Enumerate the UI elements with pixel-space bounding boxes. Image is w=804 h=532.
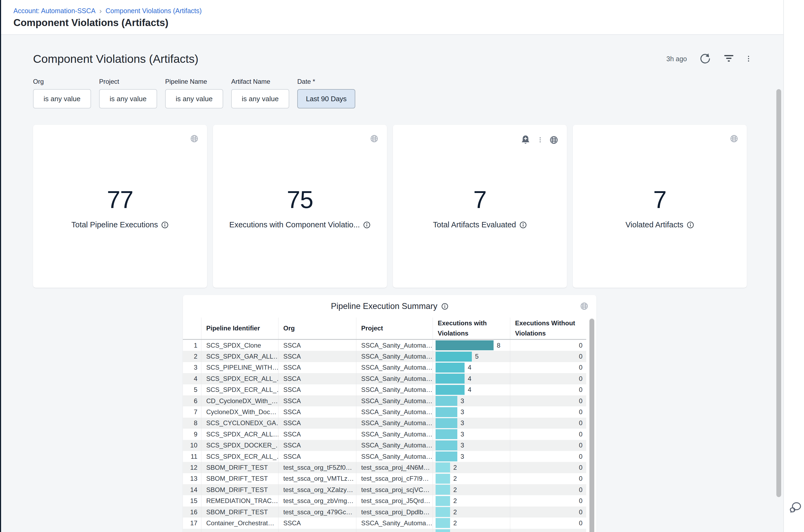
cell-executions-with-violations: 2 — [433, 473, 510, 484]
breadcrumb-current-link[interactable]: Component Violations (Artifacts) — [106, 7, 202, 15]
column-header-pipeline-identifier[interactable]: Pipeline Identifier — [201, 318, 278, 339]
cell-executions-without-violations: 0 — [510, 406, 586, 417]
cell-project: SSCA_Sanity_Automa… — [356, 517, 433, 529]
violations-bar — [435, 462, 450, 472]
cell-pipeline-identifier: SCS_SPDX_ECR_ALL_… — [201, 384, 278, 395]
cell-org: test_ssca_org_479Gc… — [278, 507, 356, 517]
filter-label: Date * — [297, 78, 355, 86]
cell-executions-without-violations: 0 — [510, 418, 586, 429]
violations-bar-value: 2 — [453, 475, 457, 482]
filter-value-box[interactable]: is any value — [33, 89, 91, 109]
cell-pipeline-identifier: SCS_SPDX_DOCKER_… — [201, 440, 278, 451]
column-header-executions-without-violations[interactable]: Executions Without Violations — [510, 318, 586, 339]
filter-bar: Orgis any valueProjectis any valuePipeli… — [33, 78, 355, 109]
violations-bar — [435, 485, 450, 495]
cell-org: test_ssca_org_VMTLz… — [278, 473, 356, 484]
info-icon[interactable] — [161, 221, 169, 229]
violations-bar-value: 3 — [461, 431, 464, 438]
cell-executions-without-violations: 0 — [510, 373, 586, 384]
violations-bar-value: 2 — [453, 519, 457, 527]
violations-bar-value: 3 — [461, 397, 464, 405]
cell-project: SSCA_Sanity_Automa… — [356, 406, 433, 417]
table-row[interactable]: 6CD_CycloneDX_With_…SSCASSCA_Sanity_Auto… — [183, 395, 586, 406]
globe-icon[interactable] — [549, 136, 558, 145]
table-row[interactable]: 3SCS_PIPELINE_WITH…SSCASSCA_Sanity_Autom… — [183, 362, 586, 373]
table-row[interactable]: 15REMEDIATION_TRAC…test_ssca_org_zbVmg…t… — [183, 495, 586, 506]
cell-executions-with-violations: 4 — [433, 384, 510, 395]
cell-row-number: 9 — [183, 429, 201, 440]
bell-plus-icon[interactable] — [520, 134, 531, 145]
table-row[interactable]: 8SCS_CYCLONEDX_GA…SSCASSCA_Sanity_Automa… — [183, 418, 586, 429]
cell-project: test_ssca_proj_Dpdlb… — [356, 507, 433, 517]
summary-table: Pipeline IdentifierOrgProjectExecutions … — [183, 318, 596, 532]
globe-icon[interactable] — [580, 302, 588, 310]
tile-icon-row — [520, 134, 558, 145]
filter-label: Artifact Name — [231, 78, 289, 86]
table-row[interactable]: 11SCS_SPDX_ECR_ALL_…SSCASSCA_Sanity_Auto… — [183, 451, 586, 462]
column-header-executions-with-violations[interactable]: Executions with Violations — [433, 318, 510, 339]
table-row[interactable]: 2SCS_SPDX_GAR_ALL…SSCASSCA_Sanity_Automa… — [183, 351, 586, 362]
globe-icon[interactable] — [190, 134, 199, 143]
globe-icon[interactable] — [370, 134, 378, 143]
table-row[interactable]: 13SBOM_DRIFT_TESTtest_ssca_org_VMTLz…tes… — [183, 473, 586, 484]
cell-org: test_ssca_org_tF5Zf0… — [278, 462, 356, 473]
filter-icon[interactable] — [724, 53, 734, 64]
cell-row-number: 5 — [183, 384, 201, 395]
cell-executions-with-violations: 4 — [433, 362, 510, 373]
chat-icon[interactable] — [788, 501, 802, 515]
violations-bar — [435, 374, 465, 384]
cell-pipeline-identifier: Container_Orchestrat… — [201, 517, 278, 529]
info-icon[interactable] — [687, 221, 694, 229]
filter-label: Pipeline Name — [165, 78, 223, 86]
breadcrumb-account-link[interactable]: Account: Automation-SSCA — [14, 7, 96, 15]
info-icon[interactable] — [519, 221, 527, 229]
violations-bar — [435, 529, 450, 532]
filter-value-box[interactable]: Last 90 Days — [297, 89, 355, 109]
pipeline-execution-summary-panel: Pipeline Execution Summary Pipeline Iden… — [183, 295, 596, 532]
stat-value: 7 — [573, 186, 747, 214]
column-header-row-number — [183, 318, 201, 339]
violations-bar-value: 3 — [461, 441, 464, 449]
cell-row-number: 1 — [183, 340, 201, 351]
refresh-icon[interactable] — [699, 53, 711, 65]
more-options-icon[interactable] — [747, 56, 751, 62]
column-header-org[interactable]: Org — [278, 318, 356, 339]
table-scrollbar — [589, 318, 595, 521]
info-icon[interactable] — [363, 221, 371, 229]
filter-value-box[interactable]: is any value — [231, 89, 289, 109]
table-scrollbar-thumb[interactable] — [590, 319, 594, 532]
cell-executions-with-violations: 5 — [433, 351, 510, 362]
column-header-project[interactable]: Project — [356, 318, 433, 339]
more-options-icon[interactable] — [538, 137, 542, 142]
table-row[interactable]: 17Container_Orchestrat…SSCASSCA_Sanity_A… — [183, 517, 586, 529]
table-row[interactable] — [183, 529, 586, 532]
cell-row-number: 8 — [183, 418, 201, 429]
table-row[interactable]: 1SCS_SPDX_CloneSSCASSCA_Sanity_Automa…80 — [183, 340, 586, 351]
table-row[interactable]: 10SCS_SPDX_DOCKER_…SSCASSCA_Sanity_Autom… — [183, 440, 586, 451]
table-row[interactable]: 5SCS_SPDX_ECR_ALL_…SSCASSCA_Sanity_Autom… — [183, 384, 586, 395]
filter-value-box[interactable]: is any value — [99, 89, 157, 109]
cell-org: SSCA — [278, 373, 356, 384]
table-row[interactable]: 16SBOM_DRIFT_TESTtest_ssca_org_479Gc…tes… — [183, 507, 586, 517]
info-icon[interactable] — [441, 303, 448, 310]
panel-header: Pipeline Execution Summary — [183, 295, 596, 318]
table-row[interactable]: 14SBOM_DRIFT_TESTtest_ssca_org_XZalzy…te… — [183, 484, 586, 495]
violations-bar — [435, 440, 457, 450]
stat-tile: 77Total Pipeline Executions — [33, 125, 207, 288]
stat-tile: 7Total Artifacts Evaluated — [393, 125, 567, 288]
globe-icon[interactable] — [730, 134, 738, 143]
page-scrollbar-thumb[interactable] — [777, 89, 781, 497]
page-header: Account: Automation-SSCA › Component Vio… — [1, 0, 783, 35]
stat-label-row: Total Artifacts Evaluated — [393, 221, 567, 229]
cell-project: SSCA_Sanity_Automa… — [356, 418, 433, 429]
table-row[interactable]: 4SCS_SPDX_ECR_ALL_…SSCASSCA_Sanity_Autom… — [183, 373, 586, 384]
filter-value-box[interactable]: is any value — [165, 89, 223, 109]
stat-label-row: Total Pipeline Executions — [33, 221, 207, 229]
filter-label: Project — [99, 78, 157, 86]
cell-executions-with-violations: 2 — [433, 517, 510, 529]
table-row[interactable]: 12SBOM_DRIFT_TESTtest_ssca_org_tF5Zf0…te… — [183, 462, 586, 473]
table-row[interactable]: 7CycloneDX_With_Doc…SSCASSCA_Sanity_Auto… — [183, 406, 586, 417]
table-row[interactable]: 9SCS_SPDX_ACR_ALL…SSCASSCA_Sanity_Automa… — [183, 429, 586, 440]
app-window: Account: Automation-SSCA › Component Vio… — [0, 0, 804, 532]
cell-executions-with-violations: 3 — [433, 429, 510, 440]
